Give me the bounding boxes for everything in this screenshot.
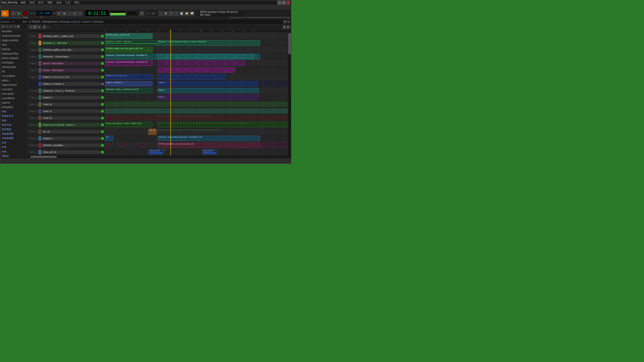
track-row-12[interactable]: × × × × × × × × × × × × × × × × × × × × … xyxy=(105,115,291,121)
clip-5-r7[interactable] xyxy=(216,61,225,66)
pl-tool-select[interactable]: + xyxy=(33,25,37,29)
timeline-vscroll[interactable] xyxy=(288,33,291,155)
track-15-color[interactable] xyxy=(39,136,41,141)
track-13-name[interactable]: Param_Eq 2 (Slot k) - Insert 2... xyxy=(42,123,100,127)
h-scrollbar-thumb[interactable] xyxy=(30,156,57,158)
track-row-15[interactable]: P.5 Ultrasonic - Future Bass Essentials … xyxy=(105,135,291,142)
track-4-mute[interactable] xyxy=(101,55,104,58)
tb-btn-1[interactable]: ◈ xyxy=(57,11,61,16)
track-3-mute[interactable] xyxy=(101,48,104,51)
clip-6-r2[interactable] xyxy=(167,67,177,73)
clip-4-r2[interactable] xyxy=(167,54,177,59)
browser-tool-4[interactable]: ↕ xyxy=(13,25,16,28)
browser-tool-5[interactable]: 🔍 xyxy=(17,25,20,28)
play-button[interactable]: ▶ xyxy=(17,11,22,16)
track-17-mute[interactable] xyxy=(101,151,104,154)
track-10-mute[interactable] xyxy=(101,103,104,106)
browser-item-packs[interactable]: packs xyxy=(0,78,28,83)
browser-item-color[interactable]: 色色 xyxy=(0,150,28,154)
track-9-name[interactable]: Pattern 2 xyxy=(42,96,100,99)
track-6-name[interactable]: Serum - Pitch Bend xyxy=(42,68,100,72)
browser-item-templates[interactable]: templates xyxy=(0,105,28,109)
clip-1-1[interactable]: SPINNN_uplif_n_stutter_128 xyxy=(105,33,153,39)
track-12-name[interactable]: Track 12 xyxy=(42,116,100,120)
save-icon[interactable]: 💾 xyxy=(179,11,184,16)
maximize-button[interactable]: □ xyxy=(282,1,286,4)
clip-6-r5[interactable] xyxy=(197,67,206,73)
clip-7-r7[interactable] xyxy=(216,74,225,79)
track-row-7[interactable]: Pattern 1 | P.1 | Pa.1 | P.1 xyxy=(105,74,291,81)
track-4-name[interactable]: Ultrasonic - Future Bass... xyxy=(42,55,100,58)
settings-icon[interactable]: ⚙ xyxy=(169,11,174,16)
clip-5-r6[interactable] xyxy=(206,61,216,66)
clip-6-r6[interactable] xyxy=(206,67,216,73)
browser-item-envelopes[interactable]: envelopes xyxy=(0,60,28,65)
track-7-color[interactable] xyxy=(39,75,41,79)
menu-help[interactable]: 帮助 xyxy=(73,1,80,4)
track-16-name[interactable]: SPINNN_downlifter... xyxy=(42,143,100,147)
playlist-detach[interactable]: ⊞ xyxy=(283,20,286,23)
clip-16-ext[interactable] xyxy=(260,142,291,148)
browser-item-favorites[interactable]: favorites xyxy=(0,29,28,34)
clip-5-1[interactable]: Ultrasonic - Future Bass Essentials - Do… xyxy=(105,61,153,66)
clip-16-s1[interactable] xyxy=(105,143,109,147)
browser-item-ores[interactable]: ores xyxy=(0,42,28,47)
fl-logo[interactable]: FL xyxy=(1,10,9,17)
clip-7-r5[interactable] xyxy=(197,74,206,79)
bpm-display[interactable]: 126.000 xyxy=(36,11,52,16)
browser-tool-1[interactable]: ★ xyxy=(1,25,4,28)
track-1-color[interactable] xyxy=(39,34,41,39)
track-8-name[interactable]: Ultrasonic - Futur_s - Reverse... xyxy=(42,89,100,93)
menu-view[interactable]: 视图 xyxy=(46,1,53,4)
browser-item-stickers[interactable]: 贴纸 xyxy=(0,109,28,114)
track-row-8[interactable]: Ultrasonic - Futur_s - Reverse Crash 05 … xyxy=(105,87,291,94)
clip-7-r3[interactable] xyxy=(177,74,186,79)
clip-5-r8[interactable] xyxy=(226,61,235,66)
browser-nav-left[interactable]: ◀ xyxy=(23,20,24,23)
menu-edit[interactable]: 编辑 xyxy=(20,1,27,4)
track-16-color[interactable] xyxy=(39,143,41,148)
track-7b-color[interactable] xyxy=(39,82,41,86)
track-10-color[interactable] xyxy=(39,102,41,107)
clip-13-1[interactable]: Param_Eq 2 (Slot k) - Insert 2 - Band 7 … xyxy=(105,122,153,127)
browser-item-dic[interactable]: dic xyxy=(0,69,28,74)
browser-item-my-projects[interactable]: my projects xyxy=(0,74,28,78)
track-3-name[interactable]: SPINNN_uplifter_one_shot... xyxy=(42,48,100,52)
browser-tool-3[interactable]: ↓ xyxy=(9,25,12,28)
pl-view-2[interactable]: ▶ xyxy=(286,25,290,29)
pl-tool-zoom[interactable]: ⊟ xyxy=(37,25,41,29)
track-5-color[interactable] xyxy=(39,61,41,66)
browser-item-channel-presets[interactable]: channel presets xyxy=(0,34,28,38)
track-row-11[interactable] xyxy=(105,108,291,115)
clip-5-r9[interactable] xyxy=(235,61,245,66)
browser-item-recorded[interactable]: recorded xyxy=(0,87,28,92)
pl-snap-btn[interactable]: ⊞ xyxy=(43,25,46,29)
track-11-color[interactable] xyxy=(39,109,41,114)
browser-item-samples-cn[interactable]: 样样 xyxy=(0,145,28,150)
menu-add[interactable]: 添加 xyxy=(29,1,35,4)
clip-8-2[interactable]: Pattern 3 xyxy=(158,88,259,93)
clip-6-r3[interactable] xyxy=(177,67,186,73)
track-row-9[interactable]: Pattern 2 xyxy=(105,94,291,101)
clip-13-2[interactable]: × × × × × × × × × × × × × × × × × × × × … xyxy=(158,122,291,127)
folder-icon[interactable]: 📁 xyxy=(185,11,189,16)
clip-4-r6[interactable] xyxy=(206,54,216,59)
clip-15-pattern[interactable]: P.5 xyxy=(105,136,113,141)
track-row-17[interactable]: Ultra_ash 03 Ultra_ash 03 xyxy=(105,149,291,155)
browser-item-object-bones[interactable]: object bones xyxy=(0,83,28,87)
track-2-name[interactable]: Reeverb 2 ( - Wet level xyxy=(42,41,100,45)
pl-view-1[interactable]: ◀ xyxy=(282,25,286,29)
track-row-5[interactable]: Ultrasonic - Future Bass Essentials - Do… xyxy=(105,60,291,67)
metronome-icon[interactable]: ♩ xyxy=(158,11,163,16)
clip-7-pattern[interactable]: Pattern 1 | P.1 | Pa.1 | P.1 xyxy=(105,74,153,79)
clip-7-r2[interactable] xyxy=(167,74,177,79)
clip-3-1[interactable]: SPINNN_uplifter_one_shot_phase_shift_128 xyxy=(105,47,153,53)
browser-item-keyboard-files[interactable]: keyboard files xyxy=(0,51,28,56)
clip-4-r5[interactable] xyxy=(197,54,206,59)
clip-5-r1[interactable] xyxy=(158,61,167,66)
track-6-color[interactable] xyxy=(39,68,41,73)
clip-8-1[interactable]: Ultrasonic - Futur_s - Reverse Crash 05 xyxy=(105,88,153,93)
clip-4-r10[interactable] xyxy=(245,54,254,59)
browser-item-iced-audio[interactable]: iced audio xyxy=(0,92,28,96)
track-7b-mute[interactable] xyxy=(101,82,104,86)
